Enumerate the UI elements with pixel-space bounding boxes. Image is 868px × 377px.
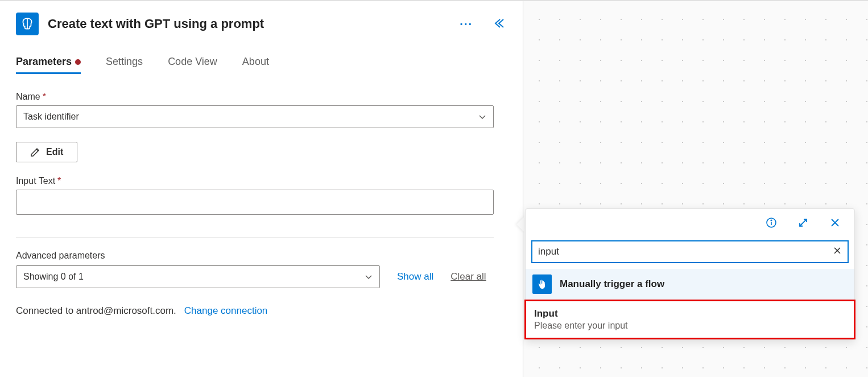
advanced-select-value: Showing 0 of 1 — [23, 272, 84, 282]
show-all-button[interactable]: Show all — [397, 271, 433, 282]
tab-parameters[interactable]: Parameters — [16, 56, 81, 74]
tab-label: Settings — [106, 56, 143, 68]
result-group-title: Manually trigger a flow — [560, 278, 664, 290]
chevron-down-icon — [365, 273, 373, 281]
advanced-parameters-label: Advanced parameters — [16, 251, 507, 261]
dynamic-content-popup: Manually trigger a flow Input Please ent… — [525, 208, 855, 340]
info-icon — [766, 217, 777, 228]
chevron-down-icon — [478, 113, 486, 121]
name-select-value: Task identifier — [23, 112, 79, 122]
required-asterisk: * — [57, 176, 61, 186]
tab-label: About — [242, 56, 269, 68]
edit-button[interactable]: Edit — [16, 142, 77, 162]
tabs-bar: Parameters Settings Code View About — [16, 56, 507, 75]
highlighted-result: Input Please enter your input — [524, 300, 855, 339]
panel-header: Create text with GPT using a prompt ··· — [16, 13, 507, 35]
search-input[interactable] — [538, 246, 828, 257]
x-icon — [833, 246, 842, 255]
result-item-description: Please enter your input — [534, 321, 846, 331]
advanced-parameters-select[interactable]: Showing 0 of 1 — [16, 265, 380, 288]
result-item-input[interactable]: Input Please enter your input — [526, 301, 854, 338]
pencil-icon — [30, 147, 40, 157]
search-box[interactable] — [531, 240, 849, 263]
error-indicator-icon — [75, 59, 81, 65]
info-button[interactable] — [763, 215, 779, 232]
svg-point-2 — [771, 220, 772, 221]
gpt-action-icon — [16, 13, 39, 35]
result-group-header[interactable]: Manually trigger a flow — [526, 269, 854, 300]
collapse-panel-button[interactable] — [491, 16, 507, 32]
change-connection-link[interactable]: Change connection — [184, 305, 268, 317]
divider — [16, 237, 494, 238]
tab-label: Parameters — [16, 56, 72, 68]
close-popup-button[interactable] — [827, 215, 843, 232]
tab-settings[interactable]: Settings — [106, 56, 143, 74]
input-text-label: Input Text * — [16, 176, 507, 186]
popup-pointer — [516, 216, 524, 232]
connection-info: Connected to antrod@microsoft.com. Chang… — [16, 305, 507, 317]
name-field-label: Name * — [16, 92, 507, 102]
name-select[interactable]: Task identifier — [16, 105, 494, 128]
tab-code-view[interactable]: Code View — [168, 56, 217, 74]
clear-search-button[interactable] — [833, 246, 842, 258]
result-item-title: Input — [534, 308, 846, 319]
clear-all-button[interactable]: Clear all — [450, 271, 486, 282]
expand-icon — [797, 217, 809, 228]
action-config-panel: Create text with GPT using a prompt ··· … — [0, 1, 523, 377]
tab-about[interactable]: About — [242, 56, 269, 74]
expand-button[interactable] — [795, 215, 811, 232]
edit-button-label: Edit — [46, 147, 63, 157]
page-title: Create text with GPT using a prompt — [48, 17, 448, 31]
manual-trigger-icon — [532, 274, 552, 294]
connection-text: Connected to antrod@microsoft.com. — [16, 305, 176, 317]
tab-label: Code View — [168, 56, 217, 68]
required-asterisk: * — [43, 92, 46, 102]
close-icon — [829, 217, 841, 228]
more-options-button[interactable]: ··· — [457, 15, 475, 33]
input-text-field[interactable] — [16, 190, 494, 215]
